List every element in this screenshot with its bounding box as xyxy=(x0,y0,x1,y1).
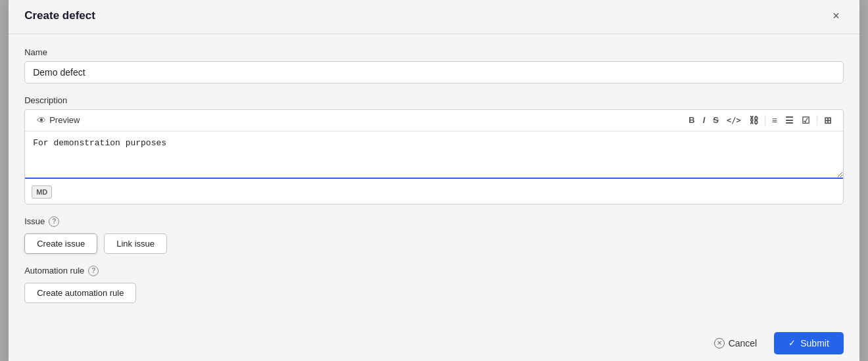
issue-help-icon[interactable]: ? xyxy=(49,216,59,227)
italic-button[interactable]: I xyxy=(700,114,709,126)
create-issue-button[interactable]: Create issue xyxy=(24,233,97,254)
cancel-circle-icon: ✕ xyxy=(714,338,725,349)
toolbar-divider-1 xyxy=(765,115,765,126)
automation-section: Automation rule ? Create automation rule xyxy=(24,266,844,303)
submit-button[interactable]: ✓ Submit xyxy=(774,332,844,354)
link-issue-button[interactable]: Link issue xyxy=(104,233,167,254)
name-input[interactable] xyxy=(24,61,844,84)
ordered-list-button[interactable]: ☰ xyxy=(782,114,797,127)
preview-tab[interactable]: 👁 Preview xyxy=(33,114,84,127)
toolbar-divider-2 xyxy=(817,115,817,126)
preview-tab-label: Preview xyxy=(49,115,80,125)
issue-label-row: Issue ? xyxy=(24,216,844,227)
task-list-button[interactable]: ☑ xyxy=(798,114,813,127)
close-button[interactable]: × xyxy=(829,9,844,23)
code-button[interactable]: </> xyxy=(723,114,744,126)
bullet-list-button[interactable]: ≡ xyxy=(769,114,781,127)
name-label: Name xyxy=(24,47,844,57)
description-textarea[interactable]: For demonstration purposes xyxy=(25,132,843,179)
automation-label-row: Automation rule ? xyxy=(24,266,844,276)
modal-body: Name Description 👁 Preview B I xyxy=(9,34,859,323)
modal-overlay: Create defect × Name Description 👁 Previ… xyxy=(0,0,868,361)
issue-section-label: Issue xyxy=(24,216,45,226)
automation-btn-group: Create automation rule xyxy=(24,283,844,303)
automation-help-icon[interactable]: ? xyxy=(88,266,99,276)
table-button[interactable]: ⊞ xyxy=(821,114,835,127)
md-badge: MD xyxy=(32,185,52,199)
modal-footer: ✕ Cancel ✓ Submit xyxy=(9,323,859,362)
cancel-label: Cancel xyxy=(729,338,758,349)
link-button[interactable]: ⛓ xyxy=(746,114,761,127)
strikethrough-button[interactable]: S xyxy=(710,114,722,126)
check-icon: ✓ xyxy=(788,338,796,348)
md-badge-row: MD xyxy=(25,181,843,204)
issue-section: Issue ? Create issue Link issue xyxy=(24,216,844,254)
name-field-group: Name xyxy=(24,47,844,84)
automation-section-label: Automation rule xyxy=(24,266,84,276)
issue-btn-group: Create issue Link issue xyxy=(24,233,844,254)
modal-title: Create defect xyxy=(24,9,95,22)
description-field-group: Description 👁 Preview B I S </> ⛓ xyxy=(24,95,844,205)
modal-header: Create defect × xyxy=(9,0,859,34)
create-defect-modal: Create defect × Name Description 👁 Previ… xyxy=(9,0,859,361)
description-toolbar: 👁 Preview B I S </> ⛓ ≡ ☰ ☑ xyxy=(25,110,843,132)
eye-icon: 👁 xyxy=(37,115,46,126)
create-automation-button[interactable]: Create automation rule xyxy=(24,283,136,303)
description-label: Description xyxy=(24,95,844,105)
description-wrapper: 👁 Preview B I S </> ⛓ ≡ ☰ ☑ xyxy=(24,109,844,205)
cancel-button[interactable]: ✕ Cancel xyxy=(705,333,767,354)
bold-button[interactable]: B xyxy=(685,114,698,126)
submit-label: Submit xyxy=(800,338,829,349)
